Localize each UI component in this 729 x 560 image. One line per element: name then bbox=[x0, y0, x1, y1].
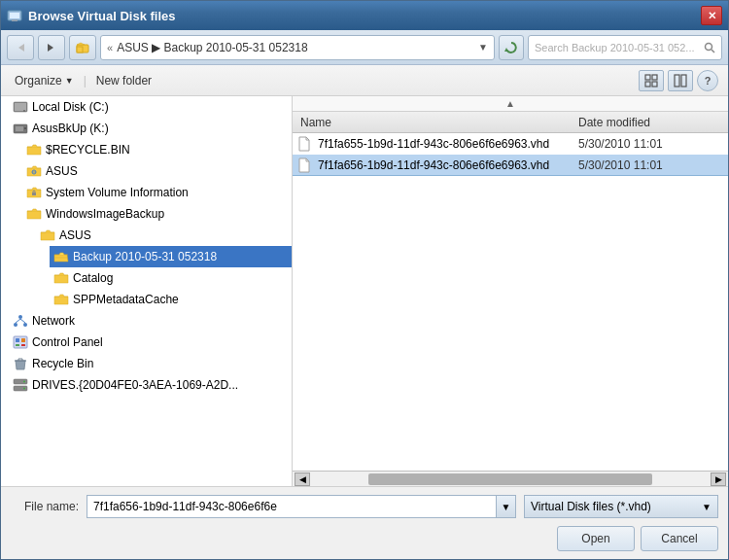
tree-item-srecycle-bin[interactable]: $RECYCLE.BIN bbox=[22, 139, 292, 160]
svg-line-30 bbox=[20, 319, 25, 323]
refresh-button[interactable] bbox=[499, 35, 524, 60]
help-label: ? bbox=[705, 75, 712, 87]
breadcrumb-bar[interactable]: « ASUS ▶ Backup 2010-05-31 052318 ▼ bbox=[100, 35, 495, 60]
dialog-title: Browse Virtual Disk files bbox=[28, 9, 176, 23]
main-content: Local Disk (C:) AsusBkUp (K:) $RECYCLE.B… bbox=[1, 96, 728, 486]
col-header-date[interactable]: Date modified bbox=[578, 116, 724, 129]
tree-item-drives[interactable]: DRIVES.{20D04FE0-3AEA-1069-A2D... bbox=[9, 374, 292, 396]
tree-item-recycle-bin[interactable]: Recycle Bin bbox=[9, 353, 292, 374]
svg-rect-21 bbox=[16, 126, 23, 131]
tree-item-backup-2010[interactable]: Backup 2010-05-31 052318 bbox=[50, 246, 292, 267]
svg-marker-3 bbox=[18, 44, 24, 52]
file-name-row: File name: 7f1fa656-1b9d-11df-943c-806e6… bbox=[11, 495, 718, 518]
action-bar: Organize ▼ | New folder bbox=[1, 65, 728, 96]
tree-item-spp-metadata[interactable]: SPPMetadataCache bbox=[50, 289, 292, 310]
tree-label-windows-image-backup: WindowsImageBackup bbox=[46, 207, 164, 221]
view-grid-icon bbox=[644, 74, 658, 88]
scroll-left-btn[interactable]: ◀ bbox=[295, 472, 310, 486]
tree-item-asus-sub[interactable]: ASUS bbox=[36, 225, 292, 246]
search-icon bbox=[704, 42, 715, 53]
help-button[interactable]: ? bbox=[697, 70, 718, 91]
tree-item-windows-image-backup[interactable]: WindowsImageBackup bbox=[22, 203, 292, 225]
tree-item-network[interactable]: Network bbox=[9, 310, 292, 332]
h-scrollbar[interactable]: ◀ ▶ bbox=[293, 471, 728, 486]
svg-point-19 bbox=[23, 110, 25, 112]
folder-spp-icon bbox=[53, 292, 69, 307]
folder-icon bbox=[26, 142, 42, 158]
file-row-2[interactable]: 7f1fa656-1b9d-11df-943c-806e6f6e6963.vhd… bbox=[293, 155, 728, 176]
file-date-1: 5/30/2010 11:01 bbox=[578, 137, 724, 151]
left-panel: Local Disk (C:) AsusBkUp (K:) $RECYCLE.B… bbox=[1, 96, 293, 486]
tree-label-local-disk-c: Local Disk (C:) bbox=[32, 100, 109, 114]
tree-label-control-panel: Control Panel bbox=[32, 335, 103, 349]
organize-arrow: ▼ bbox=[65, 76, 74, 86]
svg-rect-14 bbox=[652, 82, 657, 87]
svg-rect-31 bbox=[14, 336, 27, 348]
organize-label: Organize bbox=[15, 74, 62, 88]
svg-rect-13 bbox=[645, 82, 650, 87]
action-bar-right: ? bbox=[639, 70, 718, 91]
scroll-thumb-h[interactable] bbox=[368, 473, 652, 485]
drive-icon bbox=[13, 99, 28, 115]
cancel-button[interactable]: Cancel bbox=[641, 526, 718, 551]
file-name-1: 7f1fa655-1b9d-11df-943c-806e6f6e6963.vhd bbox=[318, 137, 573, 151]
folder-plain-icon bbox=[26, 206, 42, 222]
svg-rect-35 bbox=[21, 344, 25, 346]
folder-open-icon bbox=[53, 249, 69, 264]
toolbar: « ASUS ▶ Backup 2010-05-31 052318 ▼ Sear… bbox=[1, 30, 728, 65]
file-list-header: Name Date modified bbox=[293, 112, 728, 133]
view-button-2[interactable] bbox=[668, 70, 693, 91]
vhd-file-icon-2 bbox=[296, 158, 312, 173]
drives-icon bbox=[13, 377, 28, 393]
tree-label-backup-2010: Backup 2010-05-31 052318 bbox=[73, 250, 217, 263]
tree-label-catalog: Catalog bbox=[73, 271, 113, 285]
folder-catalog-icon bbox=[53, 270, 69, 286]
up-button[interactable] bbox=[69, 35, 96, 60]
folder-asus-sub-icon bbox=[40, 228, 55, 243]
forward-button[interactable] bbox=[38, 35, 65, 60]
folder-lock-icon bbox=[26, 185, 42, 200]
search-bar[interactable]: Search Backup 2010-05-31 052... bbox=[528, 35, 722, 60]
svg-line-29 bbox=[16, 319, 20, 323]
open-label: Open bbox=[581, 532, 609, 545]
svg-rect-2 bbox=[12, 19, 17, 21]
breadcrumb-prefix: « bbox=[107, 42, 113, 53]
tree-label-srecycle-bin: $RECYCLE.BIN bbox=[46, 143, 130, 157]
svg-point-26 bbox=[18, 315, 22, 319]
tree-label-recycle-bin: Recycle Bin bbox=[32, 357, 93, 370]
svg-rect-34 bbox=[16, 344, 19, 346]
organize-button[interactable]: Organize ▼ bbox=[11, 72, 78, 89]
file-type-dropdown-arrow: ▼ bbox=[702, 502, 712, 512]
col-header-name[interactable]: Name bbox=[296, 116, 578, 129]
tree-item-asus-bkup[interactable]: AsusBkUp (K:) bbox=[9, 118, 292, 139]
title-bar: Browse Virtual Disk files ✕ bbox=[1, 1, 728, 30]
file-row-1[interactable]: 7f1fa655-1b9d-11df-943c-806e6f6e6963.vhd… bbox=[293, 133, 728, 155]
tree-item-control-panel[interactable]: Control Panel bbox=[9, 332, 292, 353]
search-placeholder: Search Backup 2010-05-31 052... bbox=[535, 42, 700, 53]
close-button[interactable]: ✕ bbox=[701, 6, 722, 25]
svg-rect-12 bbox=[652, 75, 657, 80]
open-button[interactable]: Open bbox=[557, 526, 635, 551]
tree-item-system-volume[interactable]: System Volume Information bbox=[22, 182, 292, 203]
svg-point-42 bbox=[23, 381, 25, 383]
view-button-1[interactable] bbox=[639, 70, 664, 91]
scroll-right-btn[interactable]: ▶ bbox=[711, 472, 726, 486]
browse-virtual-disk-dialog: Browse Virtual Disk files ✕ « ASUS ▶ Bac… bbox=[0, 0, 729, 560]
file-type-select[interactable]: Virtual Disk files (*.vhd) ▼ bbox=[524, 495, 718, 518]
tree-label-asus-k: ASUS bbox=[46, 164, 78, 178]
file-name-input[interactable]: 7f1fa656-1b9d-11df-943c-806e6f6e bbox=[87, 495, 497, 518]
vhd-file-icon-1 bbox=[296, 136, 312, 152]
svg-point-43 bbox=[23, 388, 25, 390]
tree-item-asus-k[interactable]: ASUS bbox=[22, 160, 292, 182]
svg-rect-6 bbox=[77, 47, 83, 52]
file-name-dropdown-btn[interactable]: ▼ bbox=[497, 495, 516, 518]
tree-item-local-disk-c[interactable]: Local Disk (C:) bbox=[9, 96, 292, 118]
tree-item-catalog[interactable]: Catalog bbox=[50, 267, 292, 289]
new-folder-button[interactable]: New folder bbox=[92, 72, 156, 89]
tree-label-system-volume: System Volume Information bbox=[46, 186, 189, 199]
svg-rect-25 bbox=[32, 192, 36, 195]
back-button[interactable] bbox=[7, 35, 34, 60]
breadcrumb-dropdown[interactable]: ▼ bbox=[478, 42, 488, 52]
right-panel: ▲ Name Date modified 7f1fa655-1b9d-11df-… bbox=[293, 96, 728, 486]
tree-label-asus-bkup: AsusBkUp (K:) bbox=[32, 122, 109, 135]
